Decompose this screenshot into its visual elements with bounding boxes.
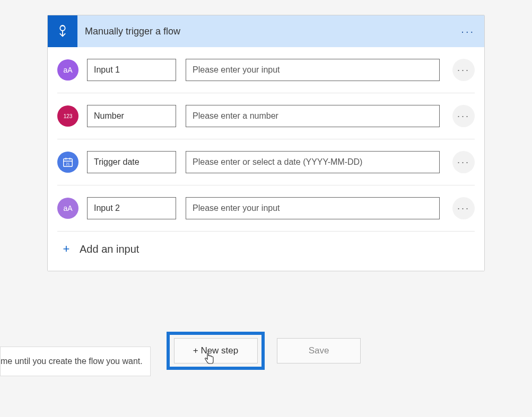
input-more-button[interactable]: ··· <box>452 59 475 81</box>
input-name-field[interactable] <box>87 59 176 81</box>
input-name-field[interactable] <box>87 151 176 173</box>
input-row: aA ··· <box>57 47 475 93</box>
trigger-icon <box>48 15 77 47</box>
text-icon: aA <box>57 59 79 81</box>
input-more-button[interactable]: ··· <box>452 151 475 173</box>
trigger-more-button[interactable]: ··· <box>461 25 475 38</box>
input-row: aA ··· <box>57 185 475 232</box>
input-placeholder-field[interactable] <box>186 197 440 219</box>
svg-text:21: 21 <box>66 162 70 166</box>
trigger-card: Manually trigger a flow ··· aA ··· 123 ·… <box>47 15 485 271</box>
input-row: 123 ··· <box>57 93 475 139</box>
input-row: 21 ··· <box>57 139 475 185</box>
input-placeholder-field[interactable] <box>186 105 440 127</box>
text-icon: aA <box>57 198 79 219</box>
plus-icon: + <box>60 242 72 256</box>
input-placeholder-field[interactable] <box>186 59 440 81</box>
date-icon: 21 <box>57 152 79 173</box>
trigger-body: aA ··· 123 ··· 21 <box>48 47 484 271</box>
add-input-button[interactable]: + Add an input <box>57 232 475 256</box>
hint-tooltip: me until you create the flow you want. <box>0 347 151 376</box>
input-name-field[interactable] <box>87 197 176 219</box>
trigger-header[interactable]: Manually trigger a flow ··· <box>48 15 484 47</box>
new-step-button[interactable]: + New step <box>174 338 258 363</box>
trigger-title: Manually trigger a flow <box>85 26 180 37</box>
input-more-button[interactable]: ··· <box>452 197 475 219</box>
new-step-highlight: + New step <box>167 332 265 370</box>
save-button[interactable]: Save <box>277 338 361 363</box>
input-more-button[interactable]: ··· <box>452 105 475 127</box>
number-icon: 123 <box>57 105 79 127</box>
input-name-field[interactable] <box>87 105 176 127</box>
input-placeholder-field[interactable] <box>186 151 440 173</box>
add-input-label: Add an input <box>80 243 139 255</box>
